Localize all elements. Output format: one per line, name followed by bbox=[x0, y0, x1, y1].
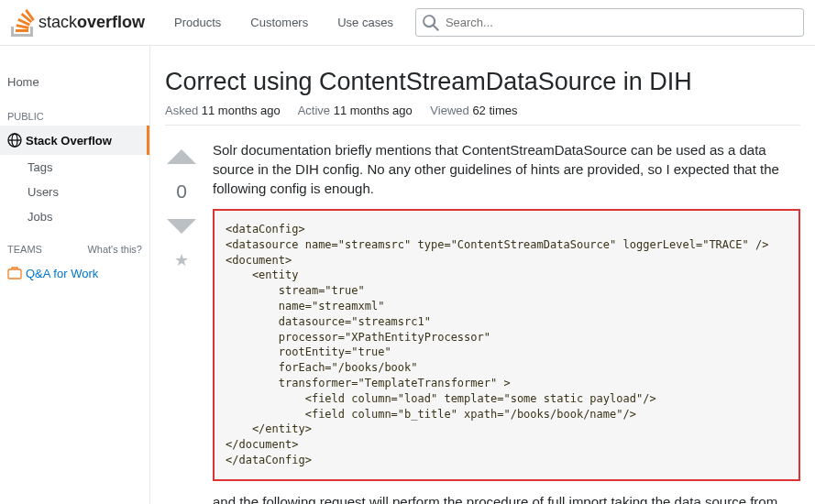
sidebar-jobs[interactable]: Jobs bbox=[0, 204, 149, 229]
post-paragraph-1: Solr documentation briefly mentions that… bbox=[213, 140, 800, 198]
favorite-star-icon[interactable]: ★ bbox=[174, 250, 189, 270]
search-icon bbox=[423, 15, 439, 31]
code-block: <dataConfig> <datasource name="streamsrc… bbox=[213, 209, 800, 481]
asked-label: Asked bbox=[165, 104, 198, 117]
svg-rect-3 bbox=[8, 269, 21, 279]
nav-products[interactable]: Products bbox=[163, 8, 232, 37]
question-title: Correct using ContentStreamDataSource in… bbox=[165, 68, 800, 96]
post-paragraph-2: and the following request will perform t… bbox=[213, 492, 800, 504]
active-label: Active bbox=[298, 104, 330, 117]
briefcase-icon bbox=[7, 266, 22, 280]
nav-use-cases[interactable]: Use cases bbox=[326, 8, 404, 37]
sidebar-public-label: PUBLIC bbox=[0, 96, 149, 126]
nav-customers[interactable]: Customers bbox=[239, 8, 319, 37]
upvote-icon[interactable] bbox=[165, 140, 198, 173]
sidebar-users[interactable]: Users bbox=[0, 180, 149, 204]
logo[interactable]: stackoverflow bbox=[11, 9, 145, 37]
stackoverflow-logo-icon bbox=[11, 9, 35, 37]
search-input[interactable] bbox=[415, 8, 804, 37]
globe-icon bbox=[7, 133, 22, 148]
sidebar-home[interactable]: Home bbox=[0, 68, 149, 96]
sidebar-qa-work[interactable]: Q&A for Work bbox=[0, 258, 149, 288]
viewed-value: 62 times bbox=[472, 104, 517, 117]
logo-text-bold: overflow bbox=[77, 13, 145, 31]
viewed-label: Viewed bbox=[430, 104, 468, 117]
sidebar-teams-label: TEAMS bbox=[7, 244, 42, 255]
active-value: 11 months ago bbox=[334, 104, 413, 117]
whats-this-link[interactable]: What's this? bbox=[87, 244, 142, 255]
sidebar-tags[interactable]: Tags bbox=[0, 155, 149, 180]
qa-work-label: Q&A for Work bbox=[26, 267, 98, 280]
vote-count: 0 bbox=[176, 181, 187, 203]
question-meta: Asked 11 months ago Active 11 months ago… bbox=[165, 104, 800, 126]
asked-value: 11 months ago bbox=[202, 104, 281, 117]
sidebar-stack-overflow[interactable]: Stack Overflow bbox=[0, 126, 149, 155]
downvote-icon[interactable] bbox=[165, 210, 198, 243]
logo-text-light: stack bbox=[39, 13, 77, 31]
sidebar-so-label: Stack Overflow bbox=[26, 134, 112, 148]
